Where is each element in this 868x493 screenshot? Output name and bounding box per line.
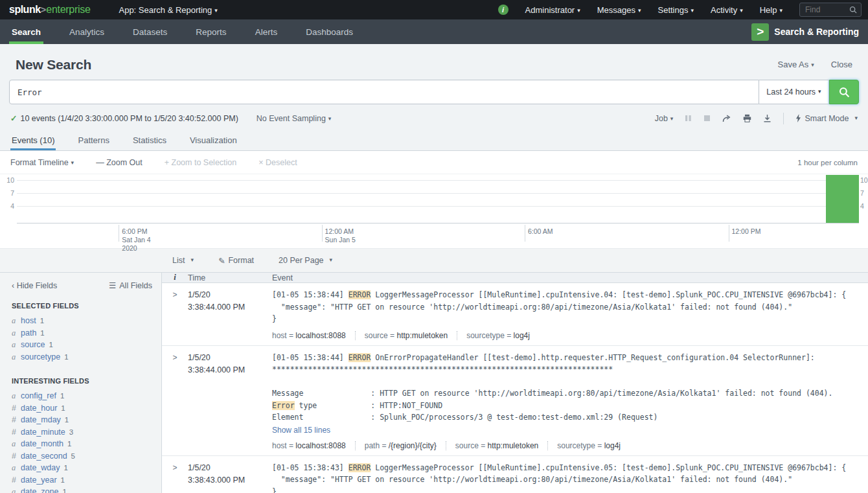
per-page-dropdown[interactable]: 20 Per Page▾ [279,256,332,265]
event-fields: host = localhost:8088path = /{region}/{c… [272,441,868,450]
field-count: 5 [71,450,75,463]
field-count: 1 [49,339,53,351]
field-name: date_mday [21,414,61,426]
show-all-lines-link[interactable]: Show all 15 lines [272,426,330,435]
search-query-input[interactable] [9,80,759,104]
deselect-button[interactable]: × Deselect [258,158,297,167]
app-menu-label: App: Search & Reporting [119,5,212,15]
field-value[interactable]: localhost:8088 [295,331,345,340]
field-host[interactable]: ahost1 [12,315,161,327]
field-source[interactable]: asource1 [12,339,161,351]
zoom-to-selection-button[interactable]: + Zoom to Selection [165,158,237,167]
field-path[interactable]: apath1 [12,327,161,339]
field-name: path [21,327,36,339]
field-sourcetype[interactable]: asourcetype1 [12,351,161,363]
field-date-minute[interactable]: #date_minute3 [12,426,161,439]
plus-icon: + [165,158,169,167]
field-date-hour[interactable]: #date_hour1 [12,402,161,415]
nav-item-datasets[interactable]: Datasets [130,19,170,44]
string-field-icon: a [12,390,21,402]
app-menu-dropdown[interactable]: App: Search & Reporting▾ [119,5,217,15]
column-header-info[interactable]: i [162,273,188,282]
info-icon[interactable]: i [498,5,508,15]
timeline-plot[interactable]: 101077446:00 PMSat Jan 4202012:00 AMSun … [17,176,859,224]
field-date-wday[interactable]: adate_wday1 [12,462,161,474]
event-rows: >1/5/203:38:44.000 PM[01-05 15:38:44] ER… [162,283,868,493]
topbar-menu-settings[interactable]: Settings▾ [658,5,694,15]
expand-event-icon[interactable]: > [162,289,188,340]
app-badge-icon[interactable]: > [751,23,769,41]
close-button[interactable]: Close [831,60,852,69]
list-view-dropdown[interactable]: List▾ [172,256,194,265]
topbar-menu-help[interactable]: Help▾ [760,5,782,15]
stop-icon[interactable] [703,115,711,122]
field-date-mday[interactable]: #date_mday1 [12,414,161,426]
timeline-gridline [17,180,859,181]
nav-item-dashboards[interactable]: Dashboards [303,19,356,44]
event-field-host: host = localhost:8088 [272,441,355,450]
nav-item-search[interactable]: Search [9,19,43,44]
nav-item-analytics[interactable]: Analytics [67,19,107,44]
field-value[interactable]: log4j [514,331,530,340]
print-icon[interactable] [743,114,751,122]
zoom-out-button[interactable]: — Zoom Out [96,158,143,167]
field-value[interactable]: /{region}/{city} [389,441,437,450]
event-row: >1/5/203:38:44.000 PM[01-05 15:38:44] ER… [162,283,868,346]
save-as-button[interactable]: Save As▾ [778,60,814,69]
tab-patterns[interactable]: Patterns [76,130,110,150]
expand-event-icon[interactable]: > [162,462,188,493]
field-value[interactable]: http:muletoken [396,331,448,340]
event-body: [01-05 15:38:43] ERROR LoggerMessageProc… [263,462,868,493]
interesting-fields-header: INTERESTING FIELDS [12,377,161,385]
divider [783,113,784,124]
field-date-month[interactable]: adate_month1 [12,438,161,450]
search-button[interactable] [829,80,859,104]
field-value[interactable]: localhost:8088 [295,441,345,450]
timeline-gridline [17,206,859,207]
field-date-year[interactable]: #date_year1 [12,474,161,487]
format-timeline-dropdown[interactable]: Format Timeline▾ [10,158,74,167]
field-date-zone[interactable]: adate_zone1 [12,486,161,493]
tab-visualization[interactable]: Visualization [188,130,238,150]
field-value[interactable]: http:muletoken [488,441,539,450]
chevron-down-icon: ▾ [330,257,333,263]
nav-item-alerts[interactable]: Alerts [253,19,280,44]
results-area: ‹ Hide Fields ☰All Fields SELECTED FIELD… [0,272,868,493]
event-field-source: source = http:muletoken [446,441,547,450]
field-name: date_hour [21,402,57,415]
find-search-box[interactable] [799,3,862,17]
timeline-ytick-right: 7 [860,189,868,197]
expand-event-icon[interactable]: > [162,352,188,450]
topbar-menu-administrator[interactable]: Administrator▾ [525,5,580,15]
format-button[interactable]: ✎Format [218,256,254,266]
download-icon[interactable] [763,114,771,122]
timeline-bar[interactable] [826,175,859,223]
hide-fields-button[interactable]: ‹ Hide Fields [12,281,57,290]
search-mode-dropdown[interactable]: Smart Mode▾ [795,114,858,123]
all-fields-button[interactable]: ☰All Fields [109,281,152,290]
topbar-menu-messages[interactable]: Messages▾ [597,5,641,15]
tab-statistics[interactable]: Statistics [131,130,168,150]
field-count: 1 [62,486,66,493]
event-raw-line: "message": "HTTP GET on resource 'http:/… [272,301,868,314]
job-menu[interactable]: Job▾ [655,114,674,123]
topbar-menu-activity[interactable]: Activity▾ [711,5,743,15]
time-range-picker[interactable]: Last 24 hours▾ [759,80,829,104]
event-sampling-dropdown[interactable]: No Event Sampling▾ [257,114,332,123]
splunk-logo[interactable]: splunk>enterprise [9,4,90,16]
tab-events-10-[interactable]: Events (10) [10,130,56,150]
event-time: 1/5/203:38:43.000 PM [188,462,263,493]
field-value[interactable]: log4j [604,441,621,450]
column-header-time[interactable]: Time [188,273,263,282]
find-input[interactable] [805,5,849,14]
event-row: >1/5/203:38:44.000 PM[01-05 15:38:44] ER… [162,346,868,456]
event-timeline-chart: 101077446:00 PMSat Jan 4202012:00 AMSun … [0,174,868,249]
field-date-second[interactable]: #date_second5 [12,450,161,463]
nav-item-reports[interactable]: Reports [193,19,229,44]
pause-icon[interactable] [685,115,692,122]
field-config-ref[interactable]: aconfig_ref1 [12,390,161,402]
field-count: 3 [69,426,73,439]
string-field-icon: a [12,327,21,339]
share-icon[interactable] [722,115,731,122]
chevron-down-icon: ▾ [691,7,694,14]
